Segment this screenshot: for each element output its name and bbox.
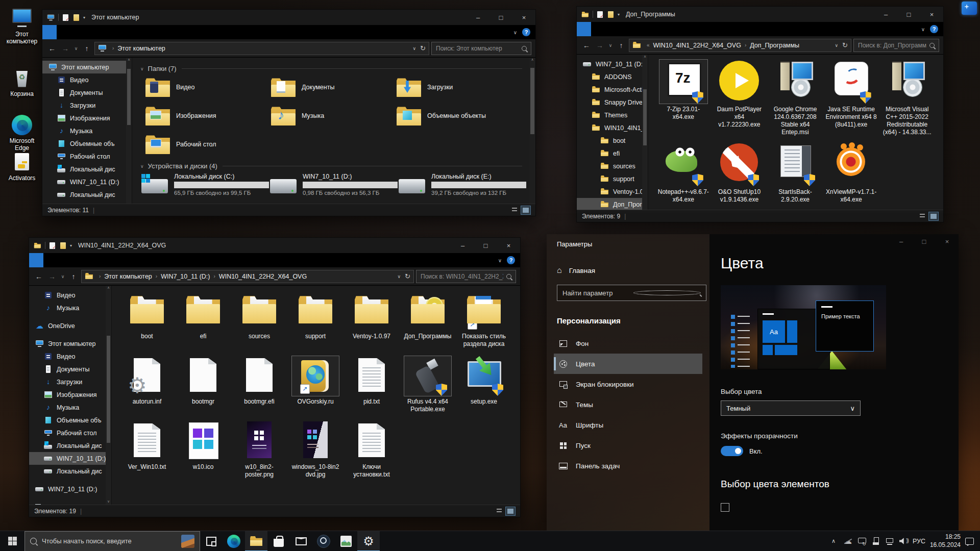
address-dropdown-chevron[interactable]: ∨ [398,274,401,279]
file-item[interactable]: StartIsBack-2.9.20.exe [767,140,823,204]
close-button[interactable]: × [936,234,959,248]
qat-new-folder-icon[interactable] [59,242,67,249]
taskbar-app-button-edge[interactable] [223,531,245,551]
volume-icon[interactable] [899,537,908,546]
sidebar-item[interactable]: Сеть [29,500,111,505]
file-item[interactable]: support [287,289,344,348]
settings-nav-item[interactable]: Фон [554,333,702,354]
sidebar-item[interactable]: Рабочий стол [29,427,111,439]
breadcrumb-item[interactable]: ›WIN10_4IN1_22H2_X64_OVG [210,273,307,280]
file-item[interactable]: Ver_Win10.txt [119,419,175,479]
sidebar-item[interactable]: WIN7_10_11 (D:) [42,201,132,204]
settings-home-item[interactable]: ⌂ Главная [554,261,709,280]
minimize-button[interactable]: – [467,10,489,25]
sidebar-item[interactable]: Локальный дис [42,188,132,201]
back-button[interactable]: ← [46,44,58,53]
folder-item[interactable]: Музыка [271,104,397,128]
sidebar-item[interactable]: Объемные объ [29,414,111,427]
sidebar-item[interactable]: Snappy Driver I [577,96,648,109]
ribbon-tab[interactable] [620,22,634,36]
file-item[interactable]: bootmgr [175,354,231,413]
sidebar-item[interactable]: Изображения [42,112,132,124]
sidebar-item[interactable]: Themes [577,109,648,121]
drive-item[interactable]: Локальный диск (E:) 39,2 ГБ свободно из … [398,173,526,202]
maximize-button[interactable]: □ [897,7,920,22]
file-item[interactable]: Daum PotPlayer x64 v1.7.22230.exe [712,58,768,136]
sidebar-item[interactable]: Загрузки [29,375,111,388]
close-button[interactable]: × [497,238,520,253]
maximize-button[interactable]: □ [489,10,512,25]
qat-properties-icon[interactable] [62,14,69,21]
ribbon-expand-icon[interactable]: ∨ [513,30,517,35]
breadcrumb-item[interactable]: ›Этот компьютер [109,45,165,52]
taskbar-search[interactable]: Чтобы начать поиск, введите [24,531,200,551]
sidebar-item[interactable]: WIN10_4IN1_22 [577,121,648,134]
sidebar-item[interactable]: Этот компьютер [42,61,132,73]
ribbon-tab[interactable] [29,253,43,267]
content-scrollbar[interactable]: ∧ [529,58,535,204]
back-button[interactable]: ← [33,272,44,281]
group-header-folders[interactable]: ∨Папки (7) [140,65,522,72]
file-item[interactable]: w10.ico [175,419,231,479]
title-bar[interactable]: ▾ Этот компьютер – □ × [42,10,535,25]
up-button[interactable]: ↑ [81,44,92,53]
tray-overflow-chevron-icon[interactable] [830,537,839,546]
sidebar-item[interactable]: Изображения [29,388,111,401]
search-box[interactable]: Поиск: Этот компьютер [431,42,531,55]
recent-locations-chevron[interactable]: ∨ [60,274,66,279]
minimize-button[interactable]: – [451,238,474,253]
qat-properties-icon[interactable] [596,11,604,18]
sidebar-item[interactable]: WIN7_10_11 (D:) [29,452,111,465]
thumbnails-view-button[interactable] [506,507,515,515]
sidebar-item[interactable]: support [577,172,648,185]
details-view-button[interactable] [918,212,927,220]
ribbon-tab[interactable] [591,22,605,36]
taskbar-app-button-settings[interactable] [357,531,380,551]
ribbon-expand-icon[interactable]: ∨ [498,258,502,263]
qat-chevron-icon[interactable]: ▾ [618,12,620,17]
settings-search-box[interactable]: Найти параметр [557,285,706,301]
file-item[interactable]: Microsoft Visual C++ 2015-2022 Redistrib… [879,58,935,136]
qat-properties-icon[interactable] [48,242,56,249]
breadcrumb-item[interactable]: «WIN10_4IN1_22H2_X64_OVG [643,42,741,49]
sidebar-item[interactable]: Microsoft-Acti [577,83,648,96]
file-item[interactable]: Notepad++-v8.6.7-x64.exe [655,140,712,204]
sidebar-item[interactable]: Музыка [29,401,111,414]
help-icon[interactable]: ? [930,25,938,33]
address-bar[interactable]: «WIN10_4IN1_22H2_X64_OVG›Доп_Программы ∨… [629,39,851,52]
minimize-button[interactable]: – [890,234,913,248]
address-bar[interactable]: ›Этот компьютер›WIN7_10_11 (D:)›WIN10_4I… [81,270,414,283]
sidebar-item[interactable]: Доп_Програм [577,198,648,210]
forward-button[interactable]: → [60,44,71,53]
help-icon[interactable]: ? [522,28,530,36]
sidebar-item[interactable]: Объемные объ [42,137,132,150]
desktop-icon[interactable]: Корзина [2,68,42,98]
language-indicator[interactable]: РУС [913,538,925,545]
address-dropdown-chevron[interactable]: ∨ [413,46,416,51]
folder-item[interactable]: Документы [271,76,397,99]
refresh-icon[interactable]: ↻ [420,44,426,52]
ribbon-tab[interactable] [43,253,58,267]
folder-item[interactable]: Изображения [145,104,271,128]
settings-nav-item[interactable]: Экран блокировки [554,374,702,394]
file-item[interactable]: Google Chrome 124.0.6367.208 Stable x64 … [767,58,823,136]
folder-item[interactable]: Рабочий стол [145,133,271,156]
qat-new-folder-icon[interactable] [72,14,80,21]
settings-nav-item[interactable]: Цвета [554,354,702,374]
corner-app-icon[interactable] [962,2,977,15]
sidebar-item[interactable]: OneDrive [29,319,111,332]
sidebar-item[interactable]: sources [577,160,648,172]
file-item[interactable]: Ключи установки.txt [344,419,400,479]
file-item[interactable]: XnViewMP-v1.7.1-x64.exe [823,140,879,204]
breadcrumb-item[interactable]: ›Доп_Программы [741,42,799,49]
sidebar-item[interactable]: ADDONS [577,70,648,83]
sidebar-item[interactable]: boot [577,134,648,147]
desktop-icon[interactable]: Этот компьютер [2,8,42,45]
maximize-button[interactable]: □ [913,234,936,248]
folder-item[interactable]: Загрузки [397,76,522,99]
details-view-button[interactable] [495,507,504,515]
file-item[interactable]: bootmgr.efi [231,354,287,413]
settings-nav-item[interactable]: Панель задач [554,456,702,476]
display-update-icon[interactable] [857,537,867,546]
folder-item[interactable]: Видео [145,76,271,99]
